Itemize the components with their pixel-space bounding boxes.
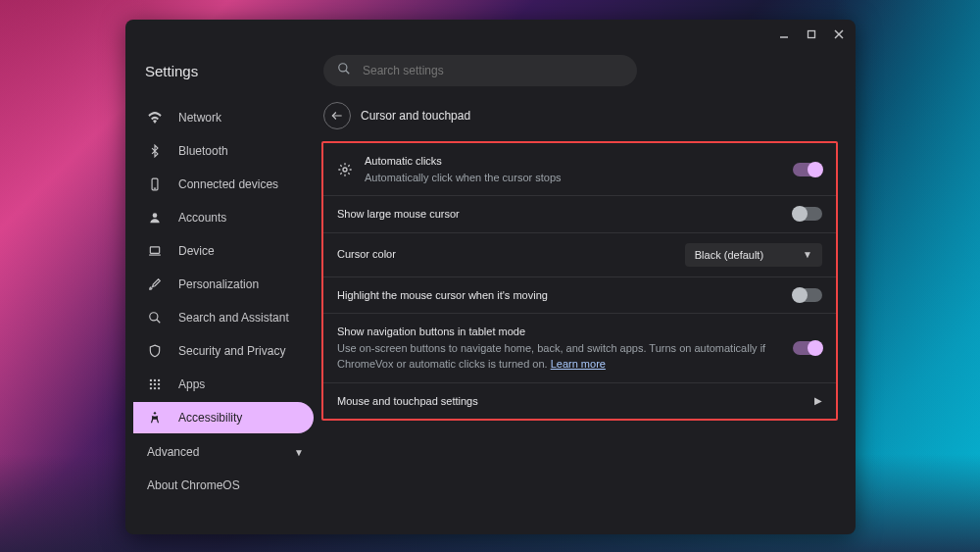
sidebar-item-label: Device [178, 244, 215, 258]
search-input[interactable] [363, 64, 623, 77]
svg-point-24 [343, 168, 347, 172]
setting-title: Cursor color [337, 246, 673, 263]
sidebar: Network Bluetooth Connected devices Acco… [125, 100, 321, 534]
setting-desc: Use on-screen buttons to navigate home, … [337, 340, 781, 373]
svg-point-17 [154, 383, 156, 385]
back-button[interactable] [323, 102, 351, 129]
brush-icon [147, 276, 163, 292]
toggle-automatic-clicks[interactable] [793, 163, 822, 176]
sidebar-item-bluetooth[interactable]: Bluetooth [133, 135, 314, 167]
setting-mouse-touchpad[interactable]: Mouse and touchpad settings ▶ [323, 383, 836, 420]
svg-point-21 [158, 387, 160, 389]
setting-nav-buttons: Show navigation buttons in tablet mode U… [323, 314, 836, 383]
maximize-button[interactable] [803, 25, 820, 43]
chevron-right-icon: ▶ [814, 395, 822, 406]
setting-title: Show large mouse cursor [337, 206, 781, 223]
toggle-nav-buttons[interactable] [793, 341, 822, 355]
setting-cursor-color: Cursor color Black (default) ▼ [323, 233, 836, 277]
svg-point-22 [154, 412, 156, 414]
setting-title: Mouse and touchpad settings [337, 393, 803, 410]
sidebar-item-label: Bluetooth [178, 144, 228, 158]
sidebar-item-personalization[interactable]: Personalization [133, 269, 314, 300]
setting-large-cursor: Show large mouse cursor [323, 196, 836, 233]
app-title: Settings [145, 63, 323, 79]
sidebar-item-label: Connected devices [178, 177, 278, 191]
svg-point-14 [154, 379, 156, 381]
setting-desc: Automatically click when the cursor stop… [365, 170, 781, 186]
sidebar-item-label: Personalization [178, 277, 259, 291]
person-icon [147, 210, 163, 226]
sidebar-item-accounts[interactable]: Accounts [133, 202, 314, 233]
setting-title: Show navigation buttons in tablet mode [337, 324, 781, 340]
sidebar-item-label: Security and Privacy [178, 344, 285, 358]
setting-highlight-cursor: Highlight the mouse cursor when it's mov… [323, 277, 836, 315]
bluetooth-icon [147, 143, 163, 159]
svg-line-12 [157, 320, 161, 324]
svg-point-13 [150, 379, 152, 381]
sidebar-about[interactable]: About ChromeOS [133, 469, 314, 502]
sidebar-item-network[interactable]: Network [133, 102, 314, 133]
settings-window: Settings Network Bluetooth Connected dev [125, 20, 856, 534]
setting-title: Highlight the mouse cursor when it's mov… [337, 287, 781, 304]
sidebar-item-device[interactable]: Device [133, 235, 314, 267]
toggle-large-cursor[interactable] [793, 207, 822, 221]
svg-rect-1 [808, 31, 815, 38]
chevron-down-icon: ▼ [294, 447, 304, 458]
svg-point-11 [150, 313, 158, 321]
svg-line-5 [346, 71, 350, 75]
sidebar-item-label: Accounts [178, 211, 226, 225]
sidebar-item-search-assistant[interactable]: Search and Assistant [133, 302, 314, 333]
page-title: Cursor and touchpad [361, 109, 470, 123]
learn-more-link[interactable]: Learn more [551, 358, 606, 370]
cursor-color-dropdown[interactable]: Black (default) ▼ [685, 243, 822, 267]
setting-title: Automatic clicks [365, 153, 781, 170]
phone-icon [147, 176, 163, 192]
shield-icon [147, 343, 163, 359]
svg-point-19 [150, 387, 152, 389]
search-box[interactable] [323, 55, 637, 86]
gear-icon [337, 162, 353, 177]
settings-panel: Automatic clicks Automatically click whe… [321, 141, 838, 421]
header: Settings [125, 49, 856, 100]
wifi-icon [147, 110, 163, 125]
svg-point-20 [154, 387, 156, 389]
svg-point-4 [339, 64, 347, 72]
minimize-button[interactable] [775, 25, 793, 43]
search-icon [337, 62, 351, 79]
search-icon [147, 310, 163, 326]
svg-point-18 [158, 383, 160, 385]
page-header: Cursor and touchpad [321, 100, 838, 141]
sidebar-advanced[interactable]: Advanced ▼ [133, 435, 314, 469]
sidebar-item-connected-devices[interactable]: Connected devices [133, 169, 314, 200]
titlebar [125, 20, 856, 49]
chevron-down-icon: ▼ [803, 249, 812, 260]
svg-point-8 [153, 213, 158, 218]
toggle-highlight-cursor[interactable] [793, 288, 822, 302]
svg-point-16 [150, 383, 152, 385]
sidebar-item-label: Apps [178, 377, 205, 391]
svg-point-15 [158, 379, 160, 381]
sidebar-item-label: Accessibility [178, 411, 242, 425]
dropdown-value: Black (default) [695, 249, 763, 261]
sidebar-item-label: Search and Assistant [178, 311, 289, 325]
main-panel: Cursor and touchpad Automatic clicks Aut… [321, 100, 856, 534]
sidebar-item-security[interactable]: Security and Privacy [133, 335, 314, 367]
sidebar-item-accessibility[interactable]: Accessibility [133, 402, 314, 433]
setting-automatic-clicks[interactable]: Automatic clicks Automatically click whe… [323, 143, 836, 196]
laptop-icon [147, 243, 163, 259]
sidebar-item-apps[interactable]: Apps [133, 369, 314, 400]
close-button[interactable] [830, 25, 848, 43]
sidebar-item-label: Network [178, 111, 221, 125]
grid-icon [147, 376, 163, 392]
svg-rect-9 [150, 247, 159, 253]
accessibility-icon [147, 410, 163, 426]
